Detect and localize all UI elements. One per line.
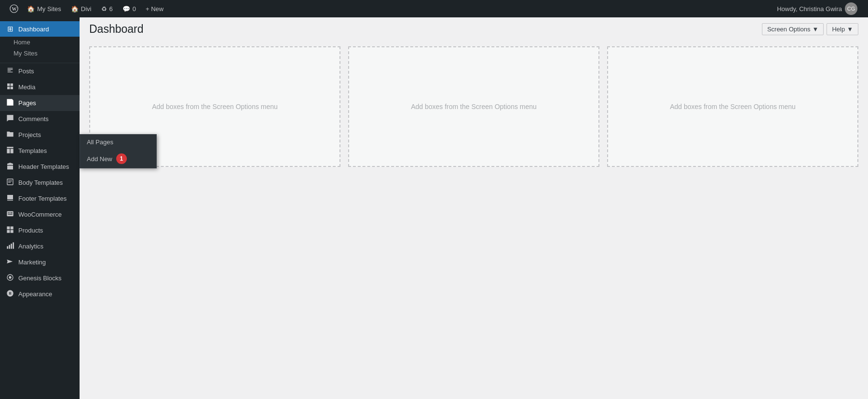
- svg-rect-19: [7, 246, 8, 248]
- updates-adminbar[interactable]: ♻ 6: [96, 0, 118, 17]
- pages-dropdown: All Pages Add New 1: [80, 134, 157, 168]
- sidebar-item-body-templates[interactable]: Body Templates: [0, 175, 80, 191]
- sidebar-item-media[interactable]: Media: [0, 79, 80, 95]
- header-templates-icon: [6, 162, 14, 171]
- body-templates-icon: [6, 178, 14, 187]
- svg-rect-8: [7, 147, 13, 148]
- sidebar-item-pages[interactable]: Pages: [0, 95, 80, 111]
- sidebar: ⊞ Dashboard Home My Sites Posts Media: [0, 17, 80, 399]
- svg-rect-9: [7, 149, 10, 153]
- svg-rect-2: [7, 83, 10, 86]
- dropdown-all-pages[interactable]: All Pages: [80, 135, 156, 150]
- recycle-icon: ♻: [101, 5, 107, 13]
- sidebar-item-header-templates[interactable]: Header Templates: [0, 159, 80, 175]
- svg-rect-20: [9, 245, 10, 249]
- page-title: Dashboard: [89, 22, 144, 37]
- svg-rect-21: [11, 244, 12, 249]
- svg-point-24: [9, 276, 11, 278]
- svg-rect-16: [11, 226, 14, 229]
- dashboard-box-3: Add boxes from the Screen Options menu: [607, 46, 858, 167]
- svg-rect-22: [13, 242, 14, 248]
- sidebar-item-dashboard[interactable]: ⊞ Dashboard: [0, 21, 80, 37]
- sidebar-item-comments[interactable]: Comments: [0, 111, 80, 127]
- svg-rect-6: [8, 102, 12, 102]
- add-new-badge: 1: [116, 153, 127, 164]
- svg-rect-12: [8, 180, 12, 181]
- dashboard-grid: Add boxes from the Screen Options menu A…: [89, 46, 858, 167]
- svg-text:W: W: [12, 6, 17, 12]
- svg-rect-10: [11, 149, 14, 153]
- sidebar-item-woocommerce[interactable]: WooCommerce: [0, 206, 80, 222]
- svg-rect-5: [11, 87, 13, 89]
- sidebar-item-marketing[interactable]: Marketing: [0, 254, 80, 270]
- screen-options-arrow: ▼: [813, 26, 819, 33]
- footer-templates-icon: [6, 194, 14, 203]
- sidebar-item-analytics[interactable]: Analytics: [0, 238, 80, 254]
- home-section: ⊞ Dashboard Home My Sites: [0, 17, 80, 63]
- svg-rect-4: [7, 87, 10, 89]
- sidebar-item-posts[interactable]: Posts: [0, 63, 80, 79]
- products-icon: [6, 226, 14, 235]
- dashboard-icon: ⊞: [6, 25, 14, 33]
- svg-rect-3: [11, 83, 13, 86]
- media-icon: [6, 83, 14, 92]
- content-area: Add boxes from the Screen Options menu A…: [80, 37, 868, 399]
- posts-icon: [6, 67, 14, 76]
- user-avatar: CG: [845, 2, 857, 15]
- help-arrow: ▼: [847, 26, 853, 33]
- svg-rect-14: [7, 211, 13, 217]
- analytics-icon: [6, 242, 14, 251]
- content-header: Dashboard Screen Options ▼ Help ▼: [80, 17, 868, 37]
- wp-logo[interactable]: W: [6, 0, 22, 17]
- my-sites-adminbar[interactable]: 🏠 My Sites: [22, 0, 66, 17]
- main-content: Dashboard Screen Options ▼ Help ▼ Add bo…: [80, 17, 868, 399]
- projects-icon: [6, 130, 14, 139]
- comments-icon: [6, 114, 14, 124]
- sidebar-item-products[interactable]: Products: [0, 222, 80, 238]
- adminbar-right: Howdy, Christina Gwira CG: [772, 0, 862, 17]
- sidebar-subitem-home[interactable]: Home: [0, 37, 80, 48]
- pages-icon: [6, 98, 14, 108]
- header-actions: Screen Options ▼ Help ▼: [762, 23, 858, 35]
- admin-bar: W 🏠 My Sites 🏠 Divi ♻ 6 💬 0 + New Howdy,…: [0, 0, 868, 17]
- woocommerce-icon: [6, 210, 14, 219]
- app-body: ⊞ Dashboard Home My Sites Posts Media: [0, 17, 868, 399]
- dropdown-add-new[interactable]: Add New 1: [80, 150, 156, 168]
- comments-adminbar[interactable]: 💬 0: [118, 0, 141, 17]
- screen-options-button[interactable]: Screen Options ▼: [762, 23, 824, 35]
- sidebar-item-footer-templates[interactable]: Footer Templates: [0, 191, 80, 206]
- svg-rect-7: [8, 103, 11, 103]
- svg-rect-17: [7, 230, 10, 233]
- svg-rect-13: [8, 182, 11, 182]
- sidebar-item-genesis-blocks[interactable]: Genesis Blocks: [0, 270, 80, 286]
- templates-icon: [6, 146, 14, 155]
- sidebar-item-projects[interactable]: Projects: [0, 127, 80, 143]
- svg-rect-15: [7, 226, 10, 229]
- sidebar-subitem-mysites[interactable]: My Sites: [0, 48, 80, 59]
- appearance-icon: [6, 289, 14, 299]
- sidebar-item-appearance[interactable]: Appearance: [0, 286, 80, 302]
- new-adminbar[interactable]: + New: [141, 0, 168, 17]
- divi-home-icon: 🏠: [71, 5, 79, 13]
- home-icon: 🏠: [27, 5, 35, 13]
- user-menu[interactable]: Howdy, Christina Gwira CG: [772, 0, 862, 17]
- sidebar-item-templates[interactable]: Templates: [0, 143, 80, 159]
- divi-adminbar[interactable]: 🏠 Divi: [66, 0, 96, 17]
- dashboard-box-2: Add boxes from the Screen Options menu: [348, 46, 599, 167]
- help-button[interactable]: Help ▼: [827, 23, 858, 35]
- marketing-icon: [6, 258, 14, 267]
- comment-icon: 💬: [122, 5, 130, 13]
- svg-rect-18: [11, 230, 14, 233]
- genesis-blocks-icon: [6, 274, 14, 283]
